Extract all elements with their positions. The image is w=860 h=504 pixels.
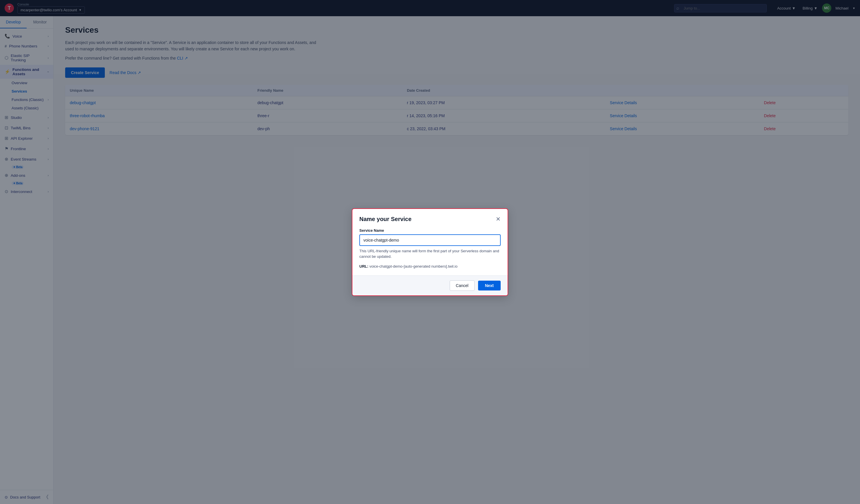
cancel-button[interactable]: Cancel	[450, 280, 475, 291]
service-url-preview: URL: voice-chatgpt-demo-[auto-generated …	[359, 264, 501, 268]
modal-header: Name your Service ✕	[353, 209, 507, 222]
modal-title: Name your Service	[359, 216, 412, 222]
service-name-label: Service Name	[359, 228, 501, 233]
service-name-hint: This URL-friendly unique name will form …	[359, 248, 501, 260]
modal-footer: Cancel Next	[353, 276, 507, 295]
service-name-input[interactable]	[359, 234, 501, 246]
modal-body: Service Name This URL-friendly unique na…	[353, 222, 507, 276]
name-service-modal: Name your Service ✕ Service Name This UR…	[352, 208, 508, 296]
next-button[interactable]: Next	[478, 281, 501, 291]
modal-close-button[interactable]: ✕	[496, 216, 501, 222]
modal-overlay[interactable]: Name your Service ✕ Service Name This UR…	[0, 0, 860, 504]
url-label: URL:	[359, 264, 368, 268]
url-value: voice-chatgpt-demo-[auto-generated numbe…	[370, 264, 458, 268]
